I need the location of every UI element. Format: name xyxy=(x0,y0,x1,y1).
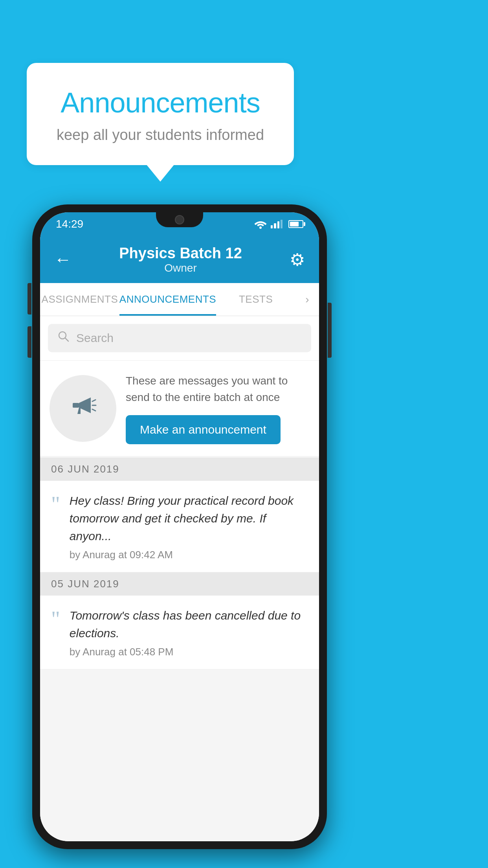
search-box[interactable]: Search xyxy=(48,324,311,352)
status-time: 14:29 xyxy=(56,218,83,230)
search-placeholder: Search xyxy=(76,331,114,345)
svg-line-4 xyxy=(92,400,95,401)
megaphone-circle xyxy=(50,375,116,442)
tabs-container: ASSIGNMENTS ANNOUNCEMENTS TESTS › xyxy=(40,283,319,316)
battery-fill xyxy=(290,222,299,226)
promo-description: These are messages you want to send to t… xyxy=(126,373,310,406)
owner-label: Owner xyxy=(119,262,242,274)
announcement-content-2: Tomorrow's class has been cancelled due … xyxy=(70,607,308,658)
announcement-text-2: Tomorrow's class has been cancelled due … xyxy=(70,607,308,642)
phone-camera xyxy=(175,215,184,224)
phone-screen: 14:29 xyxy=(40,212,319,841)
svg-line-2 xyxy=(65,338,69,342)
speech-bubble-container: Announcements keep all your students inf… xyxy=(27,63,294,165)
back-button[interactable]: ← xyxy=(54,250,72,269)
app-header: ← Physics Batch 12 Owner ⚙ xyxy=(40,236,319,283)
announcement-meta-2: by Anurag at 05:48 PM xyxy=(70,646,308,658)
search-icon xyxy=(57,330,70,346)
side-button-left-top xyxy=(28,283,31,314)
phone-outer: 14:29 xyxy=(32,204,327,849)
svg-point-0 xyxy=(259,226,262,229)
announcement-promo: These are messages you want to send to t… xyxy=(40,361,319,456)
promo-right: These are messages you want to send to t… xyxy=(126,373,310,444)
batch-name: Physics Batch 12 xyxy=(119,245,242,262)
side-button-left-bottom xyxy=(28,326,31,358)
speech-bubble: Announcements keep all your students inf… xyxy=(27,63,294,165)
tab-assignments[interactable]: ASSIGNMENTS xyxy=(40,283,119,316)
search-container: Search xyxy=(40,316,319,360)
svg-line-6 xyxy=(92,409,95,411)
battery-icon xyxy=(288,220,303,228)
signal-icon xyxy=(271,220,283,228)
announcement-content-1: Hey class! Bring your practical record b… xyxy=(70,492,308,561)
side-button-right xyxy=(328,303,332,358)
bubble-subtitle: keep all your students informed xyxy=(46,127,274,143)
megaphone-icon xyxy=(67,390,99,427)
settings-icon[interactable]: ⚙ xyxy=(290,250,305,270)
wifi-icon xyxy=(254,219,267,229)
phone-notch xyxy=(156,212,203,227)
announcement-meta-1: by Anurag at 09:42 AM xyxy=(70,549,308,561)
make-announcement-button[interactable]: Make an announcement xyxy=(126,415,281,444)
tab-more[interactable]: › xyxy=(295,283,319,316)
tab-tests[interactable]: TESTS xyxy=(216,283,295,316)
quote-icon-1: " xyxy=(51,492,60,513)
header-title-group: Physics Batch 12 Owner xyxy=(119,245,242,274)
announcement-item-1[interactable]: " Hey class! Bring your practical record… xyxy=(40,481,319,572)
phone-wrapper: 14:29 xyxy=(32,204,327,849)
svg-rect-3 xyxy=(73,403,79,408)
announcement-item-2[interactable]: " Tomorrow's class has been cancelled du… xyxy=(40,596,319,669)
date-divider-1: 06 JUN 2019 xyxy=(40,458,319,481)
content-area: Search xyxy=(40,316,319,841)
announcement-text-1: Hey class! Bring your practical record b… xyxy=(70,492,308,545)
status-icons xyxy=(254,219,303,229)
quote-icon-2: " xyxy=(51,607,60,628)
tab-announcements[interactable]: ANNOUNCEMENTS xyxy=(119,283,216,316)
date-divider-2: 05 JUN 2019 xyxy=(40,572,319,596)
bubble-title: Announcements xyxy=(46,86,274,119)
